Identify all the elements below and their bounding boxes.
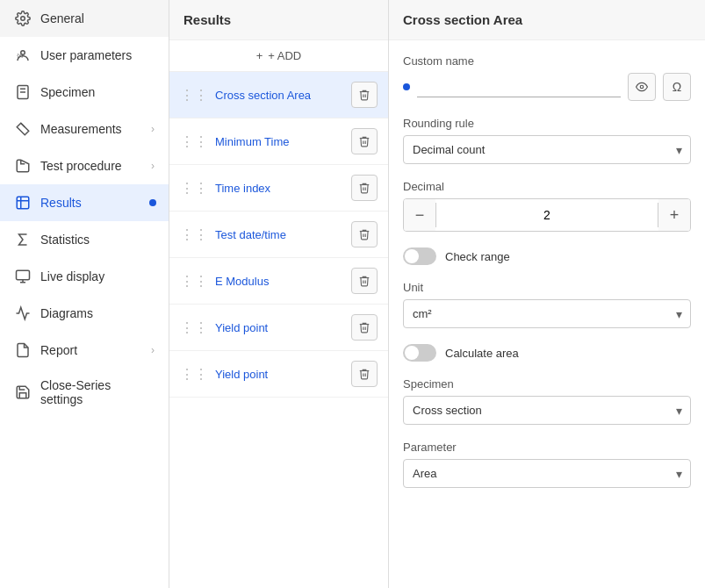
detail-content: Custom name Ω Rounding rule — [389, 40, 705, 518]
sidebar-item-label: Test procedure — [40, 159, 142, 173]
save-icon — [14, 384, 32, 401]
detail-header: Cross section Area — [389, 0, 705, 40]
svg-rect-10 — [17, 270, 30, 280]
sidebar-item-user-parameters[interactable]: {x} User parameters — [0, 37, 169, 74]
unit-select[interactable]: cm² mm² m² — [403, 299, 691, 328]
decimal-decrement-button[interactable]: − — [404, 199, 435, 231]
sidebar-item-label: User parameters — [40, 48, 155, 62]
specimen-group: Specimen Cross section Diameter Width/He… — [403, 377, 691, 425]
unit-group: Unit cm² mm² m² — [403, 281, 691, 328]
parameter-select-wrapper: Area Diameter Width Height — [403, 459, 691, 488]
unit-label: Unit — [403, 281, 691, 294]
add-label: + ADD — [268, 49, 301, 62]
sidebar-item-label: General — [40, 11, 155, 25]
sidebar-item-report[interactable]: Report › — [0, 332, 169, 369]
result-item-minimum-time[interactable]: ⋮⋮ Minimum Time — [169, 118, 388, 165]
chevron-right-icon: › — [151, 344, 155, 356]
ruler-icon — [14, 120, 32, 138]
svg-point-13 — [640, 85, 644, 89]
sidebar-item-general[interactable]: General — [0, 0, 169, 37]
sidebar-item-label: Report — [40, 343, 142, 357]
custom-name-input[interactable] — [417, 76, 621, 97]
sidebar-item-label: Live display — [40, 269, 155, 283]
specimen-icon — [14, 83, 32, 101]
rounding-rule-select[interactable]: Decimal count Significant figures None — [403, 135, 691, 164]
decimal-increment-button[interactable]: + — [658, 199, 690, 231]
result-item-label: Cross section Area — [215, 89, 344, 102]
decimal-label: Decimal — [403, 180, 691, 193]
delete-button[interactable] — [351, 268, 378, 294]
result-item-e-modulus[interactable]: ⋮⋮ E Modulus — [169, 258, 388, 305]
sidebar-item-live-display[interactable]: Live display — [0, 258, 169, 295]
delete-button[interactable] — [351, 82, 378, 108]
delete-button[interactable] — [351, 221, 378, 247]
specimen-select-wrapper: Cross section Diameter Width/Height — [403, 396, 691, 425]
check-range-row: Check range — [403, 247, 691, 265]
sidebar-item-label: Results — [40, 196, 155, 210]
chevron-right-icon: › — [151, 123, 155, 135]
result-item-label: Minimum Time — [215, 135, 344, 148]
result-item-test-datetime[interactable]: ⋮⋮ Test date/time — [169, 212, 388, 258]
svg-rect-7 — [17, 197, 29, 209]
user-params-icon: {x} — [14, 47, 32, 64]
sidebar-item-diagrams[interactable]: Diagrams — [0, 295, 169, 332]
sidebar-item-close-series[interactable]: Close-Series settings — [0, 369, 169, 416]
sidebar-item-label: Close-Series settings — [40, 378, 155, 406]
calculate-area-label: Calculate area — [445, 347, 519, 360]
custom-name-row: Ω — [403, 73, 691, 101]
monitor-icon — [14, 268, 32, 285]
sigma-icon — [14, 231, 32, 248]
result-item-label: E Modulus — [215, 275, 344, 288]
decimal-value-input[interactable] — [435, 203, 658, 227]
decimal-group: Decimal − + — [403, 180, 691, 232]
drag-handle-icon: ⋮⋮ — [180, 133, 208, 150]
omega-button[interactable]: Ω — [663, 73, 691, 101]
rounding-rule-group: Rounding rule Decimal count Significant … — [403, 117, 691, 164]
sidebar-item-measurements[interactable]: Measurements › — [0, 111, 169, 147]
parameter-select[interactable]: Area Diameter Width Height — [403, 459, 691, 488]
delete-button[interactable] — [351, 314, 378, 341]
results-header: Results — [169, 0, 388, 40]
calculate-area-toggle[interactable] — [403, 344, 436, 362]
sidebar-item-test-procedure[interactable]: Test procedure › — [0, 147, 169, 184]
plus-icon: + — [256, 49, 263, 62]
result-item-label: Test date/time — [215, 228, 344, 241]
sidebar-item-label: Specimen — [40, 85, 155, 99]
test-icon — [14, 157, 32, 175]
check-range-toggle[interactable] — [403, 247, 436, 265]
content-area: Results + + ADD ⋮⋮ Cross section Area ⋮⋮… — [169, 0, 705, 588]
result-item-cross-section-area[interactable]: ⋮⋮ Cross section Area — [169, 72, 388, 118]
add-button[interactable]: + + ADD — [169, 40, 388, 72]
result-item-yield-point-1[interactable]: ⋮⋮ Yield point — [169, 305, 388, 351]
drag-handle-icon: ⋮⋮ — [180, 366, 208, 383]
drag-handle-icon: ⋮⋮ — [180, 87, 208, 104]
sidebar-item-label: Statistics — [40, 233, 155, 247]
delete-button[interactable] — [351, 175, 378, 201]
drag-handle-icon: ⋮⋮ — [180, 180, 208, 197]
sidebar-item-results[interactable]: Results — [0, 184, 169, 221]
gear-icon — [14, 10, 32, 27]
specimen-select[interactable]: Cross section Diameter Width/Height — [403, 396, 691, 425]
results-panel: Results + + ADD ⋮⋮ Cross section Area ⋮⋮… — [169, 0, 389, 588]
sidebar-item-specimen[interactable]: Specimen — [0, 74, 169, 111]
result-item-label: Yield point — [215, 368, 344, 381]
result-item-time-index[interactable]: ⋮⋮ Time index — [169, 165, 388, 212]
delete-button[interactable] — [351, 128, 378, 154]
chart-icon — [14, 305, 32, 322]
svg-text:{x}: {x} — [17, 53, 23, 58]
result-item-yield-point-2[interactable]: ⋮⋮ Yield point — [169, 351, 388, 398]
check-range-label: Check range — [445, 250, 510, 263]
svg-point-0 — [21, 17, 25, 21]
sidebar-item-statistics[interactable]: Statistics — [0, 221, 169, 258]
active-dot — [149, 199, 156, 206]
unit-select-wrapper: cm² mm² m² — [403, 299, 691, 328]
delete-button[interactable] — [351, 361, 378, 387]
drag-handle-icon: ⋮⋮ — [180, 273, 208, 290]
eye-button[interactable] — [628, 73, 656, 101]
custom-name-label: Custom name — [403, 54, 691, 68]
custom-name-group: Custom name Ω — [403, 54, 691, 101]
decimal-row: − + — [403, 198, 691, 232]
result-item-label: Time index — [215, 182, 344, 195]
drag-handle-icon: ⋮⋮ — [180, 226, 208, 243]
rounding-rule-label: Rounding rule — [403, 117, 691, 130]
